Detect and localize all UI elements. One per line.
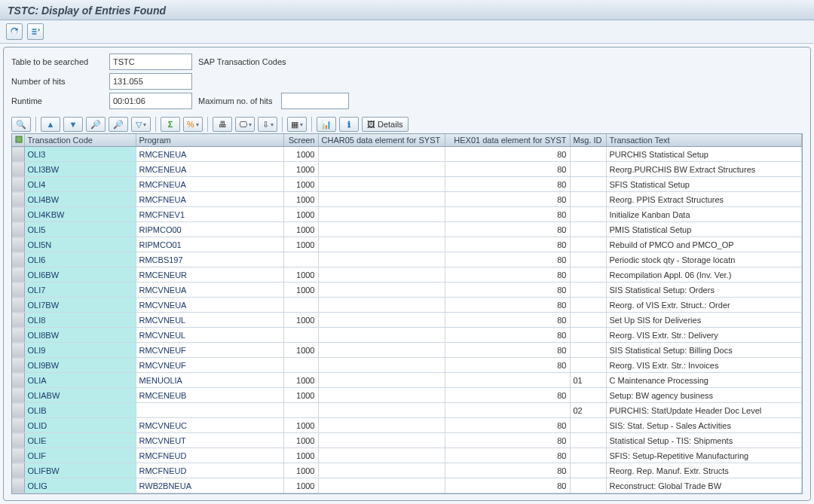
select-all-icon[interactable]: [12, 134, 24, 147]
cell-ttext: C Maintenance Processing: [606, 373, 802, 388]
subtotal-icon[interactable]: %▾: [183, 117, 203, 132]
refresh-order-icon[interactable]: [27, 23, 44, 40]
row-selector[interactable]: [12, 463, 24, 478]
cell-hex01: 80: [445, 177, 570, 192]
alv-grid[interactable]: Transaction Code Program Screen CHAR05 d…: [12, 134, 802, 493]
table-row[interactable]: OLIABWRMCENEUB100080Setup: BW agency bus…: [12, 388, 802, 403]
col-screen[interactable]: Screen: [283, 134, 318, 147]
table-row[interactable]: OLI9BWRMCVNEUF80Reorg. VIS Extr. Str.: I…: [12, 358, 802, 373]
cell-screen: 1000: [283, 177, 318, 192]
row-selector[interactable]: [12, 418, 24, 433]
table-row[interactable]: OLIB02PURCHIS: StatUpdate Header Doc Lev…: [12, 403, 802, 418]
table-row[interactable]: OLI5NRIPMCO01100080Rebuild of PMCO and P…: [12, 237, 802, 252]
table-row[interactable]: OLIGRWB2BNEUA100080Reconstruct: Global T…: [12, 478, 802, 493]
cell-program: RMCVNEUA: [136, 283, 283, 298]
export-icon[interactable]: ⇩▾: [258, 117, 277, 132]
layout-icon[interactable]: ▦▾: [287, 117, 307, 132]
cell-ttext: PMIS Statistical Setup: [606, 222, 802, 237]
cell-ttext: Periodic stock qty - Storage locatn: [606, 252, 802, 267]
details-button[interactable]: 🖼Details: [362, 117, 409, 132]
cell-program: RIPMCO01: [136, 237, 283, 252]
table-row[interactable]: OLI8BWRMCVNEUL80Reorg. VIS Extr. Str.: D…: [12, 328, 802, 343]
table-row[interactable]: OLIDRMCVNEUC100080SIS: Stat. Setup - Sal…: [12, 418, 802, 433]
row-selector[interactable]: [12, 328, 24, 343]
field-maxhits[interactable]: [281, 93, 349, 109]
row-selector[interactable]: [12, 388, 24, 403]
cell-hex01: 80: [445, 358, 570, 373]
row-selector[interactable]: [12, 237, 24, 252]
table-row[interactable]: OLIERMCVNEUT100080Statistical Setup - TI…: [12, 433, 802, 448]
cell-program: RMCVNEUC: [136, 418, 283, 433]
row-selector[interactable]: [12, 177, 24, 192]
col-msgid[interactable]: Msg. ID: [570, 134, 606, 147]
row-selector[interactable]: [12, 313, 24, 328]
row-selector[interactable]: [12, 403, 24, 418]
table-row[interactable]: OLI3BWRMCENEUA100080Reorg.PURCHIS BW Ext…: [12, 162, 802, 177]
cell-char05: [318, 252, 445, 267]
cell-screen: 1000: [283, 478, 318, 493]
find-next-icon[interactable]: 🔎: [109, 117, 128, 132]
table-row[interactable]: OLI6BWRMCENEUR100080Recompilation Appl. …: [12, 267, 802, 283]
print-icon[interactable]: 🖶: [213, 117, 232, 132]
cell-hex01: 80: [445, 162, 570, 177]
cell-msgid: [570, 222, 606, 237]
row-selector[interactable]: [12, 147, 24, 162]
row-selector[interactable]: [12, 478, 24, 493]
table-row[interactable]: OLI4RMCFNEUA100080SFIS Statistical Setup: [12, 177, 802, 192]
row-selector[interactable]: [12, 162, 24, 177]
row-selector[interactable]: [12, 252, 24, 267]
col-tcode[interactable]: Transaction Code: [24, 134, 136, 147]
table-row[interactable]: OLI5RIPMCO00100080PMIS Statistical Setup: [12, 222, 802, 237]
row-selector[interactable]: [12, 343, 24, 358]
col-char05[interactable]: CHAR05 data element for SYST: [318, 134, 445, 147]
row-selector[interactable]: [12, 358, 24, 373]
cell-ttext: Reorg. PPIS Extract Structures: [606, 192, 802, 207]
row-selector[interactable]: [12, 373, 24, 388]
cell-ttext: Reorg. of VIS Extr. Struct.: Order: [606, 298, 802, 313]
field-table[interactable]: TSTC: [109, 53, 192, 70]
cell-msgid: [570, 283, 606, 298]
row-selector[interactable]: [12, 222, 24, 237]
row-selector[interactable]: [12, 448, 24, 463]
cell-char05: [318, 343, 445, 358]
chart-icon[interactable]: 📊: [317, 117, 336, 132]
row-selector[interactable]: [12, 267, 24, 283]
col-program[interactable]: Program: [136, 134, 283, 147]
cell-char05: [318, 222, 445, 237]
info-icon[interactable]: ℹ: [339, 117, 359, 132]
table-row[interactable]: OLI3RMCENEUA100080PURCHIS Statistical Se…: [12, 147, 802, 162]
row-selector[interactable]: [12, 298, 24, 313]
sort-desc-icon[interactable]: ▼: [63, 117, 83, 132]
table-row[interactable]: OLI4BWRMCFNEUA100080Reorg. PPIS Extract …: [12, 192, 802, 207]
col-hex01[interactable]: HEX01 data element for SYST: [445, 134, 570, 147]
table-row[interactable]: OLI7RMCVNEUA100080SIS Statistical Setup:…: [12, 283, 802, 298]
row-selector[interactable]: [12, 207, 24, 222]
table-row[interactable]: OLI4KBWRMCFNEV1100080Initialize Kanban D…: [12, 207, 802, 222]
table-row[interactable]: OLIFRMCFNEUD100080SFIS: Setup-Repetitive…: [12, 448, 802, 463]
refresh-icon[interactable]: [6, 23, 23, 40]
col-ttext[interactable]: Transaction Text: [606, 134, 802, 147]
table-row[interactable]: OLI8RMCVNEUL100080Set Up SIS for Deliver…: [12, 313, 802, 328]
view-icon[interactable]: 🖵▾: [235, 117, 255, 132]
row-selector[interactable]: [12, 283, 24, 298]
table-row[interactable]: OLIAMENUOLIA100001C Maintenance Processi…: [12, 373, 802, 388]
details-icon[interactable]: 🔍: [11, 117, 31, 132]
row-selector[interactable]: [12, 192, 24, 207]
cell-hex01: 80: [445, 448, 570, 463]
cell-hex01: 80: [445, 207, 570, 222]
cell-screen: [283, 298, 318, 313]
cell-tcode: OLI8: [24, 313, 136, 328]
table-row[interactable]: OLI7BWRMCVNEUA80Reorg. of VIS Extr. Stru…: [12, 298, 802, 313]
cell-hex01: 80: [445, 463, 570, 478]
table-row[interactable]: OLI9RMCVNEUF100080SIS Statistical Setup:…: [12, 343, 802, 358]
table-row[interactable]: OLI6RMCBS19780Periodic stock qty - Stora…: [12, 252, 802, 267]
find-icon[interactable]: 🔎: [86, 117, 106, 132]
cell-char05: [318, 478, 445, 493]
row-selector[interactable]: [12, 433, 24, 448]
total-icon[interactable]: Σ: [161, 117, 180, 132]
table-row[interactable]: OLIFBWRMCFNEUD100080Reorg. Rep. Manuf. E…: [12, 463, 802, 478]
cell-char05: [318, 237, 445, 252]
sort-asc-icon[interactable]: ▲: [41, 117, 60, 132]
filter-icon[interactable]: ▽▾: [131, 117, 151, 132]
label-hits: Number of hits: [11, 77, 109, 86]
